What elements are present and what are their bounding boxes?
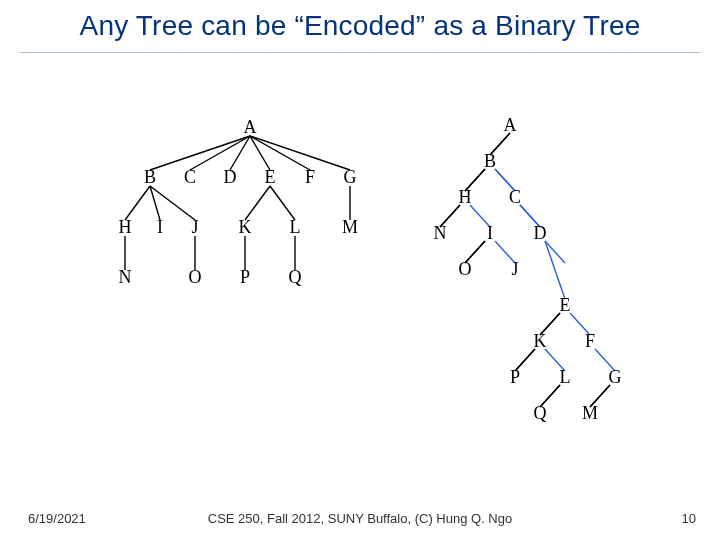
bt-node-H: H [459,187,472,208]
gt-node-O: O [189,267,202,288]
bt-node-B: B [484,151,496,172]
footer-page: 10 [682,511,696,526]
gt-node-D: D [224,167,237,188]
binary-tree: A B H C N I D O J E K F P L G Q M [415,115,650,435]
gt-node-E: E [265,167,276,188]
gt-node-K: K [239,217,252,238]
bt-node-O: O [459,259,472,280]
gt-node-L: L [290,217,301,238]
svg-line-9 [245,186,270,220]
gt-node-C: C [184,167,196,188]
bt-node-F: F [585,331,595,352]
gt-node-B: B [144,167,156,188]
gt-node-J: J [191,217,198,238]
bt-node-A: A [504,115,517,136]
svg-line-8 [150,186,195,220]
bt-node-N: N [434,223,447,244]
bt-node-M: M [582,403,598,424]
gt-node-G: G [344,167,357,188]
svg-line-6 [125,186,150,220]
gt-node-Q: Q [289,267,302,288]
bt-node-I: I [487,223,493,244]
slide-title: Any Tree can be “Encoded” as a Binary Tr… [0,10,720,42]
bt-node-E: E [560,295,571,316]
bt-node-G: G [609,367,622,388]
gt-node-M: M [342,217,358,238]
gt-node-A: A [244,117,257,138]
svg-line-7 [150,186,160,220]
gt-node-I: I [157,217,163,238]
gt-node-P: P [240,267,250,288]
gt-node-N: N [119,267,132,288]
bt-node-D: D [534,223,547,244]
gt-node-F: F [305,167,315,188]
title-underline [20,52,700,53]
gt-node-H: H [119,217,132,238]
svg-line-10 [270,186,295,220]
footer-center: CSE 250, Fall 2012, SUNY Buffalo, (C) Hu… [0,511,720,526]
bt-node-C: C [509,187,521,208]
bt-node-P: P [510,367,520,388]
bt-node-K: K [534,331,547,352]
general-tree: A B C D E F G H I J K L M N O P Q [115,115,385,335]
svg-line-37 [545,241,565,299]
bt-node-J: J [511,259,518,280]
bt-node-L: L [560,367,571,388]
bt-node-Q: Q [534,403,547,424]
